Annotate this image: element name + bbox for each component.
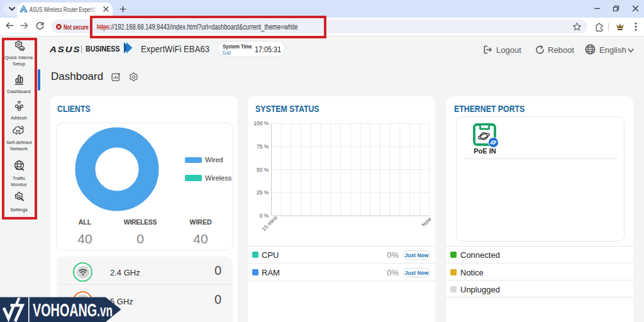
svg-text:ASUS: ASUS <box>50 45 80 53</box>
svg-text:25 %: 25 % <box>257 189 269 196</box>
svg-text:50 %: 50 % <box>257 167 269 173</box>
svg-text:Now: Now <box>420 216 433 228</box>
svg-text:VOHOANG.vn: VOHOANG.vn <box>33 299 113 319</box>
svg-text:100 %: 100 % <box>253 120 269 126</box>
svg-text:0 %: 0 % <box>260 213 269 219</box>
svg-text:75 %: 75 % <box>257 143 269 150</box>
